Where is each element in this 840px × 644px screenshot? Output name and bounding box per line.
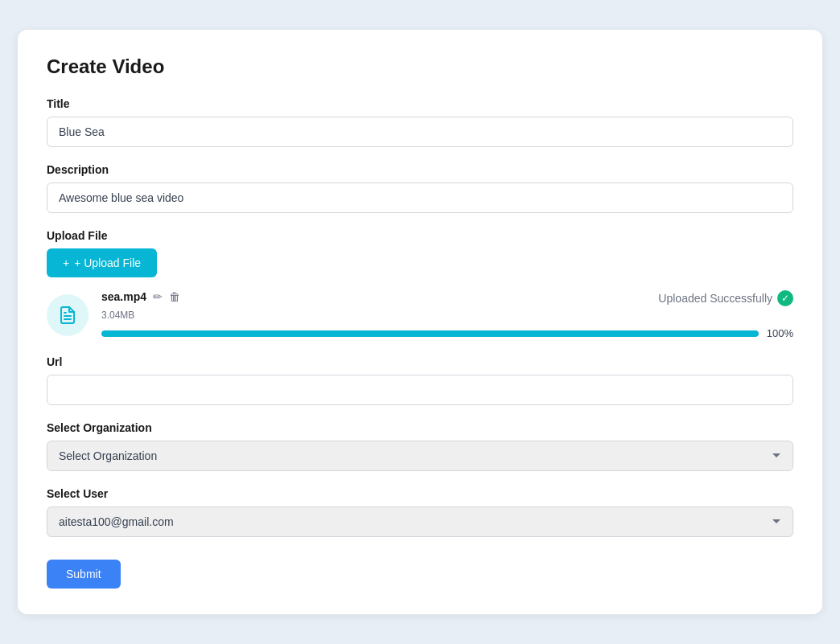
create-video-card: Create Video Title Description Upload Fi… <box>18 30 822 614</box>
edit-file-icon[interactable]: ✏ <box>153 290 163 303</box>
progress-bar-background <box>101 330 759 337</box>
upload-button-label: + Upload File <box>74 256 141 269</box>
file-row: sea.mp4 ✏ 🗑 Uploaded Successfully ✓ 3.04… <box>47 290 793 339</box>
upload-label: Upload File <box>47 229 793 242</box>
page-title: Create Video <box>47 55 793 78</box>
submit-label: Submit <box>66 568 101 580</box>
upload-button[interactable]: + + Upload File <box>47 248 157 277</box>
submit-button[interactable]: Submit <box>47 560 121 589</box>
title-input[interactable] <box>47 117 793 147</box>
file-document-icon <box>58 306 77 325</box>
url-input[interactable] <box>47 375 793 405</box>
progress-percentage: 100% <box>767 327 793 339</box>
file-name: sea.mp4 <box>101 290 146 303</box>
file-top-row: sea.mp4 ✏ 🗑 Uploaded Successfully ✓ <box>101 290 793 306</box>
user-label: Select User <box>47 487 793 500</box>
org-label: Select Organization <box>47 421 793 434</box>
file-name-row: sea.mp4 ✏ 🗑 <box>101 290 180 303</box>
progress-row: 100% <box>101 327 793 339</box>
org-select[interactable]: Select Organization <box>47 441 793 471</box>
file-icon-wrap <box>47 294 89 336</box>
upload-field-group: Upload File + + Upload File sea.mp4 <box>47 229 793 339</box>
title-field-group: Title <box>47 97 793 147</box>
file-size: 3.04MB <box>101 310 793 321</box>
file-metadata: sea.mp4 ✏ 🗑 Uploaded Successfully ✓ 3.04… <box>101 290 793 339</box>
url-label: Url <box>47 355 793 368</box>
plus-icon: + <box>63 256 69 269</box>
title-label: Title <box>47 97 793 110</box>
url-field-group: Url <box>47 355 793 405</box>
description-label: Description <box>47 163 793 176</box>
description-input[interactable] <box>47 183 793 213</box>
delete-file-icon[interactable]: 🗑 <box>169 290 180 303</box>
description-field-group: Description <box>47 163 793 213</box>
user-field-group: Select User aitesta100@gmail.com <box>47 487 793 537</box>
upload-status: Uploaded Successfully ✓ <box>658 290 793 306</box>
upload-status-text: Uploaded Successfully <box>658 292 772 305</box>
progress-bar-fill <box>101 330 759 337</box>
check-symbol: ✓ <box>781 293 789 304</box>
user-select[interactable]: aitesta100@gmail.com <box>47 507 793 537</box>
org-field-group: Select Organization Select Organization <box>47 421 793 471</box>
success-checkmark-icon: ✓ <box>777 290 793 306</box>
